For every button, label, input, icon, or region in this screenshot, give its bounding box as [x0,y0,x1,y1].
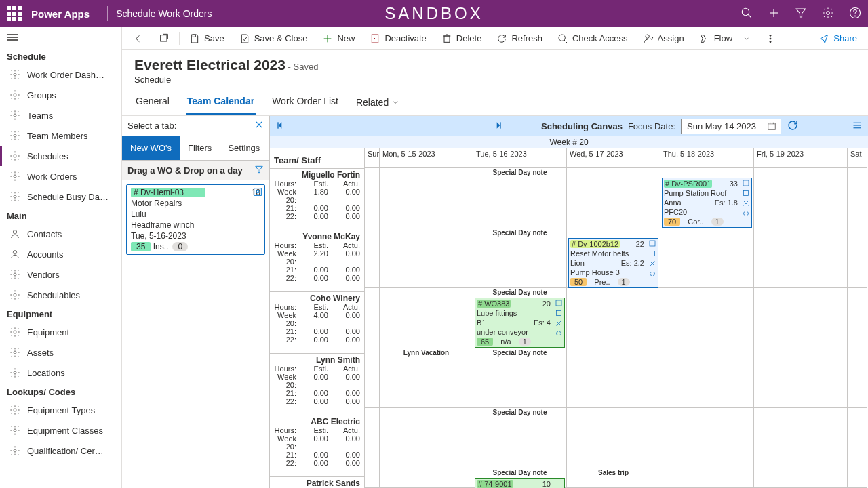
save-button[interactable]: Save [184,30,230,47]
calendar-cell[interactable] [848,228,867,289]
calendar-cell[interactable] [848,408,867,468]
filter-icon[interactable] [254,165,264,176]
prev-week-button[interactable] [275,120,286,133]
calendar-cell[interactable] [380,288,473,348]
calendar-cell[interactable]: Lynn Vacation [380,348,473,409]
back-button[interactable] [127,30,149,47]
nav-item[interactable]: Equipment Classes [0,420,121,441]
nav-collapse-button[interactable] [0,27,121,47]
help-icon[interactable] [849,7,861,21]
calendar-cell[interactable] [365,288,379,348]
tab-general[interactable]: General [134,92,171,115]
open-new-window-button[interactable] [153,30,175,47]
calendar-cell[interactable] [848,288,867,348]
calendar-cell[interactable]: Special Day note # WO38320 Lube fittings… [473,288,566,348]
calendar-cell[interactable] [848,468,867,488]
more-commands-button[interactable] [760,30,781,47]
nav-item[interactable]: Equipment [0,322,121,342]
assign-button[interactable]: Assign [637,30,690,47]
check-access-button[interactable]: Check Access [552,30,633,47]
share-button[interactable]: Share [813,30,863,47]
calendar-cell[interactable] [754,288,847,348]
nav-item[interactable]: Locations [0,363,121,383]
nav-item[interactable]: Accounts [0,244,121,264]
calendar-wo-card[interactable]: # Dv-PSR00133 Pump Station Roof AnnaEs: … [662,178,752,228]
calendar-cell[interactable] [754,468,847,488]
calendar-cell[interactable] [365,348,379,409]
calendar-cell[interactable] [365,168,379,228]
calendar-cell[interactable] [754,168,847,228]
wo-card-action-icon[interactable] [252,186,263,199]
calendar-cell[interactable] [660,348,753,409]
subtab-new-wos[interactable]: New WO's [122,136,180,160]
nav-item[interactable]: Assets [0,342,121,363]
calendar-cell[interactable]: Special Day note [473,168,566,228]
new-button[interactable]: New [317,30,360,47]
nav-item[interactable]: Schedule Busy Da… [0,186,121,207]
deactivate-button[interactable]: Deactivate [364,30,431,47]
calendar-wo-card[interactable]: # Dv-1002b1222 Reset Motor belts LionEs:… [568,238,658,288]
save-close-button[interactable]: Save & Close [234,30,313,47]
calendar-cell[interactable]: Special Day note [473,228,566,289]
nav-item[interactable]: Groups [0,85,121,105]
calendar-cell[interactable] [365,228,379,289]
delete-button[interactable]: Delete [436,30,488,47]
calendar-wo-card[interactable]: # WO38320 Lube fittings B1Es: 4 under co… [475,298,565,348]
tab-work-order-list[interactable]: Work Order List [271,92,340,115]
tab-related[interactable]: Related [355,92,401,115]
calendar-cell[interactable] [848,168,867,228]
nav-item[interactable]: Teams [0,105,121,125]
calendar-cell[interactable] [754,348,847,409]
nav-item-icon [9,69,20,80]
calendar-cell[interactable] [380,168,473,228]
calendar-cell[interactable] [380,468,473,488]
nav-item[interactable]: Work Order Dash… [0,64,121,85]
calendar-refresh-icon[interactable] [787,119,799,134]
calendar-cell[interactable]: # Dv-PSR00133 Pump Station Roof AnnaEs: … [660,168,753,228]
nav-item[interactable]: Team Members [0,125,121,146]
search-icon[interactable] [741,7,753,21]
settings-icon[interactable] [822,7,834,21]
calendar-cell[interactable] [660,228,753,289]
calendar-wo-card[interactable]: # 74-900110 Dv Pump14h [475,478,565,488]
calendar-cell[interactable] [567,168,660,228]
calendar-cell[interactable] [660,468,753,488]
subtab-settings[interactable]: Settings [220,136,268,160]
nav-item[interactable]: Work Orders [0,166,121,186]
calendar-cell[interactable] [660,408,753,468]
calendar-cell[interactable] [754,408,847,468]
calendar-cell[interactable] [848,348,867,409]
next-week-button[interactable] [492,120,503,133]
calendar-cell[interactable]: Sales trip [567,468,660,488]
tab-team-calendar[interactable]: Team Calendar [186,92,256,115]
nav-item[interactable]: Schedules [0,146,121,166]
calendar-cell[interactable] [754,228,847,289]
calendar-cell[interactable] [380,408,473,468]
calendar-list-view-icon[interactable] [850,119,863,134]
calendar-cell[interactable] [365,468,379,488]
focus-date-picker[interactable]: Sun May 14 2023 [681,119,781,134]
refresh-button[interactable]: Refresh [491,30,548,47]
nav-item[interactable]: Contacts [0,224,121,244]
calendar-cell[interactable] [567,408,660,468]
calendar-cell[interactable] [380,228,473,289]
calendar-cell[interactable] [567,288,660,348]
nav-item[interactable]: Equipment Types [0,400,121,420]
calendar-cell[interactable]: Special Day note # 74-900110 Dv Pump14h [473,468,566,488]
calendar-cell[interactable]: Special Day note [473,348,566,409]
calendar-cell[interactable] [365,408,379,468]
calendar-cell[interactable] [660,288,753,348]
panel-close-icon[interactable] [254,120,264,131]
nav-item[interactable]: Vendors [0,264,121,285]
filter-icon[interactable] [795,7,807,21]
app-launcher-icon[interactable] [7,6,22,21]
flow-button[interactable]: Flow [694,30,755,47]
subtab-filters[interactable]: Filters [180,136,220,160]
calendar-cell[interactable] [567,348,660,409]
calendar-cell[interactable]: Special Day note [473,408,566,468]
nav-item[interactable]: Schedulables [0,285,121,305]
calendar-cell[interactable]: # Dv-1002b1222 Reset Motor belts LionEs:… [567,228,660,289]
nav-item[interactable]: Qualification/ Cer… [0,441,121,461]
add-icon[interactable] [768,7,780,21]
wo-card[interactable]: # Dv-Hemi-0310 Motor Repairs Lulu Headfr… [126,184,265,255]
